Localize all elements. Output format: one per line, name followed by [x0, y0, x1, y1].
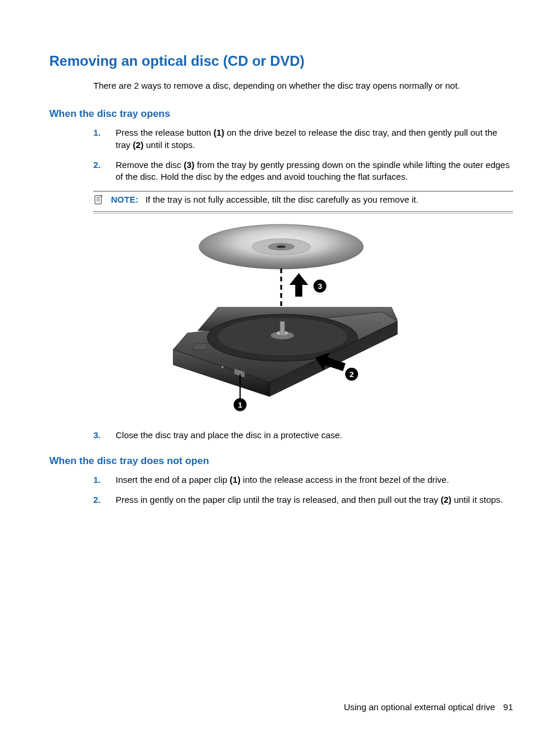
svg-rect-19: [193, 344, 208, 350]
section2-heading: When the disc tray does not open: [49, 455, 513, 467]
callout-ref: (1): [214, 127, 224, 137]
svg-rect-18: [280, 321, 285, 334]
section2-steps: 1. Insert the end of a paper clip (1) in…: [93, 474, 513, 506]
callout-2: 2: [349, 370, 353, 379]
page: Removing an optical disc (CD or DVD) The…: [0, 0, 560, 746]
step-number: 2.: [93, 159, 101, 171]
list-item: 3. Close the disc tray and place the dis…: [93, 429, 513, 441]
callout-ref: (2): [441, 495, 451, 505]
step-text: Close the disc tray and place the disc i…: [116, 430, 342, 440]
page-number: 91: [503, 702, 513, 712]
callout-1: 1: [238, 401, 242, 409]
list-item: 1. Insert the end of a paper clip (1) in…: [93, 474, 513, 486]
note-label: NOTE:: [111, 194, 139, 204]
step-text: until it stops.: [451, 495, 503, 505]
step-text: Press the release button: [116, 127, 214, 137]
callout-ref: (1): [230, 475, 240, 485]
step-text: until it stops.: [144, 140, 195, 150]
callout-3: 3: [318, 282, 322, 291]
page-footer: Using an optional external optical drive…: [344, 702, 513, 712]
page-title: Removing an optical disc (CD or DVD): [49, 53, 513, 69]
section1-steps: 1. Press the release button (1) on the d…: [93, 127, 513, 183]
step-number: 1.: [93, 127, 101, 139]
step-text: into the release access in the front bez…: [241, 475, 449, 485]
step-text: Insert the end of a paper clip: [116, 475, 230, 485]
svg-rect-0: [95, 196, 102, 204]
note-box: NOTE:If the tray is not fully accessible…: [93, 191, 513, 211]
list-item: 1. Press the release button (1) on the d…: [93, 127, 513, 151]
step-text: Press in gently on the paper clip until …: [116, 495, 441, 505]
list-item: 2. Press in gently on the paper clip unt…: [93, 494, 513, 506]
callout-ref: (2): [133, 140, 143, 150]
footer-section: Using an optional external optical drive: [344, 702, 495, 712]
step-number: 2.: [93, 494, 101, 506]
section1-steps-continued: 3. Close the disc tray and place the dis…: [93, 429, 513, 441]
step-text: Remove the disc: [116, 160, 184, 170]
list-item: 2. Remove the disc (3) from the tray by …: [93, 159, 513, 183]
section1-heading: When the disc tray opens: [49, 108, 513, 120]
note-text: If the tray is not fully accessible, til…: [146, 194, 419, 204]
svg-point-7: [276, 245, 286, 248]
intro-paragraph: There are 2 ways to remove a disc, depen…: [93, 80, 513, 92]
step-number: 1.: [93, 474, 101, 486]
callout-ref: (3): [184, 160, 194, 170]
note-icon: [93, 194, 106, 208]
svg-point-23: [221, 366, 224, 368]
figure-optical-drive: 3 2: [49, 220, 513, 416]
svg-marker-10: [289, 273, 308, 297]
step-number: 3.: [93, 429, 101, 441]
